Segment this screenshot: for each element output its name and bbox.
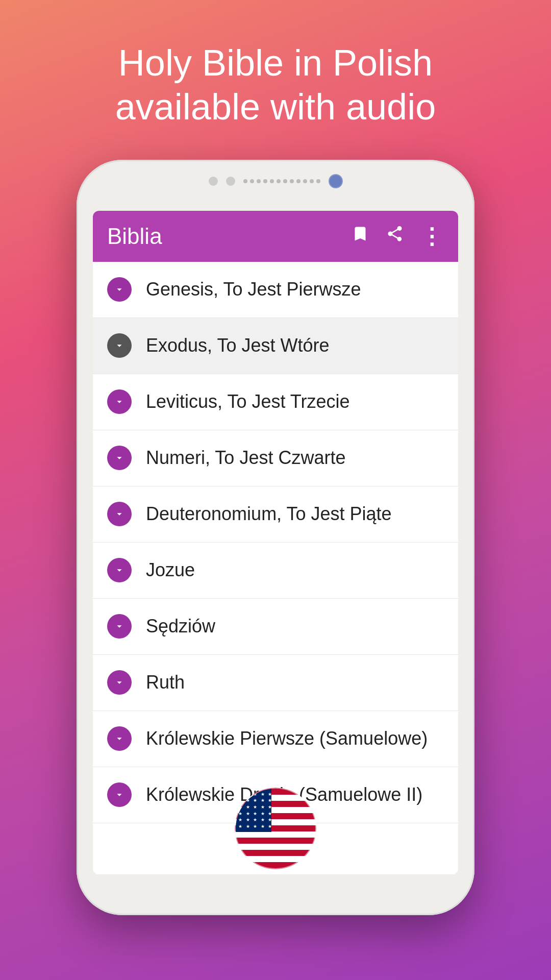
book-name: Ruth xyxy=(146,672,185,693)
phone-mockup: Biblia ⋮ Genesis, To Jest PierwszeExodus… xyxy=(77,160,474,915)
book-name: Deuteronomium, To Jest Piąte xyxy=(146,503,392,525)
chevron-icon xyxy=(107,614,132,639)
book-list-item[interactable]: Numeri, To Jest Czwarte xyxy=(93,430,458,486)
us-flag: ★ ★ ★ ★ ★★ ★ ★ ★ ★★ ★ ★ ★ ★★ ★ ★ ★ ★★ ★ … xyxy=(235,788,316,869)
dot-1 xyxy=(209,177,218,186)
phone-screen: Biblia ⋮ Genesis, To Jest PierwszeExodus… xyxy=(93,211,458,874)
chevron-icon xyxy=(107,333,132,358)
flag-overlay: ★ ★ ★ ★ ★★ ★ ★ ★ ★★ ★ ★ ★ ★★ ★ ★ ★ ★★ ★ … xyxy=(235,788,316,869)
book-list-item[interactable]: Leviticus, To Jest Trzecie xyxy=(93,374,458,430)
app-toolbar: Biblia ⋮ xyxy=(93,211,458,262)
book-list: Genesis, To Jest PierwszeExodus, To Jest… xyxy=(93,262,458,874)
book-name: Jozue xyxy=(146,559,195,581)
chevron-icon xyxy=(107,389,132,414)
bookmark-icon[interactable] xyxy=(351,225,369,248)
book-name: Exodus, To Jest Wtóre xyxy=(146,335,330,356)
phone-notch xyxy=(173,174,378,188)
hero-line1: Holy Bible in Polish xyxy=(118,42,433,83)
book-name: Królewskie Pierwsze (Samuelowe) xyxy=(146,728,428,749)
chevron-icon xyxy=(107,670,132,695)
book-list-item[interactable]: Exodus, To Jest Wtóre xyxy=(93,318,458,374)
book-name: Sędziów xyxy=(146,616,215,637)
share-icon[interactable] xyxy=(386,225,404,248)
chevron-icon xyxy=(107,558,132,582)
chevron-icon xyxy=(107,502,132,526)
book-name: Leviticus, To Jest Trzecie xyxy=(146,391,350,412)
book-list-item[interactable]: Królewskie Pierwsze (Samuelowe) xyxy=(93,711,458,767)
front-camera xyxy=(329,174,343,188)
chevron-icon xyxy=(107,782,132,807)
hero-line2: available with audio xyxy=(115,86,436,127)
toolbar-icons: ⋮ xyxy=(351,223,444,249)
book-list-item[interactable]: Genesis, To Jest Pierwsze xyxy=(93,262,458,318)
speaker xyxy=(243,179,320,183)
chevron-icon xyxy=(107,277,132,302)
book-list-item[interactable]: Ruth xyxy=(93,655,458,711)
app-title: Biblia xyxy=(107,224,162,249)
more-options-icon[interactable]: ⋮ xyxy=(420,223,444,249)
book-list-item[interactable]: Jozue xyxy=(93,543,458,599)
chevron-icon xyxy=(107,446,132,470)
dot-2 xyxy=(226,177,235,186)
book-name: Numeri, To Jest Czwarte xyxy=(146,447,345,469)
hero-header: Holy Bible in Polish available with audi… xyxy=(115,41,436,129)
book-list-item[interactable]: Deuteronomium, To Jest Piąte xyxy=(93,486,458,543)
book-list-item[interactable]: Sędziów xyxy=(93,599,458,655)
flag-stars: ★ ★ ★ ★ ★★ ★ ★ ★ ★★ ★ ★ ★ ★★ ★ ★ ★ ★★ ★ … xyxy=(238,791,273,830)
book-name: Genesis, To Jest Pierwsze xyxy=(146,279,361,300)
chevron-icon xyxy=(107,726,132,751)
